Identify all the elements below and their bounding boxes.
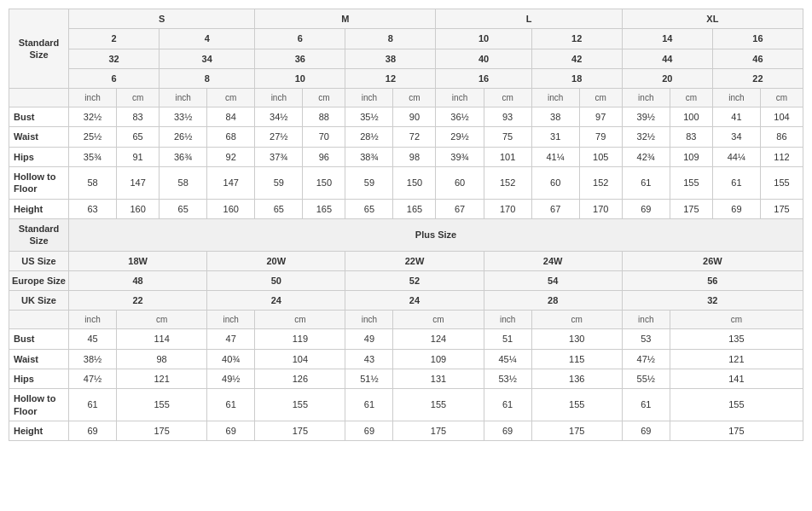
htf-xl16-inch: 61 <box>712 167 760 200</box>
plus-height-22w-cm: 175 <box>393 421 484 440</box>
waist-row-standard: Waist 25½ 65 26½ 68 27½ 70 28½ 72 29½ 75… <box>9 127 803 147</box>
htf-l12-cm: 152 <box>579 167 622 200</box>
cm-label-1: cm <box>117 89 160 107</box>
plus-hips-20w-inch: 49½ <box>207 369 255 389</box>
plus-htf-22w-cm: 155 <box>393 389 484 421</box>
height-xl14-cm: 175 <box>670 199 712 218</box>
plus-waist-label: Waist <box>9 349 69 369</box>
hips-l12-inch: 41¼ <box>531 147 579 166</box>
bust-xl16-inch: 41 <box>712 107 760 127</box>
bust-l10-inch: 36½ <box>436 107 484 127</box>
plus-waist-24w-cm: 115 <box>531 349 622 369</box>
plus-htf-22w-inch: 61 <box>345 389 393 421</box>
plus-height-18w-cm: 175 <box>117 421 207 440</box>
plus-waist-18w-cm: 98 <box>117 349 207 369</box>
inch-label-8: inch <box>712 89 760 107</box>
htf-l12-inch: 60 <box>531 167 579 200</box>
hips-m8-inch: 38¾ <box>345 147 393 166</box>
bust-s2-cm: 83 <box>117 107 160 127</box>
plus-hips-26w-cm: 141 <box>670 369 803 389</box>
height-s2-cm: 160 <box>117 199 160 218</box>
plus-us-size-row: US Size 18W 20W 22W 24W 26W <box>9 251 803 270</box>
hips-s4-cm: 92 <box>207 147 255 166</box>
height-label: Height <box>9 199 69 218</box>
waist-m8-inch: 28½ <box>345 127 393 147</box>
plus-height-label: Height <box>9 421 69 440</box>
uk-size-20: 20 <box>622 68 712 88</box>
waist-l10-cm: 75 <box>484 127 531 147</box>
hollow-floor-label: Hollow toFloor <box>9 167 69 200</box>
height-m8-cm: 165 <box>393 199 436 218</box>
hollow-floor-row-standard: Hollow toFloor 58 147 58 147 59 150 59 1… <box>9 167 803 200</box>
size-l-header: L <box>436 9 622 29</box>
height-l10-inch: 67 <box>436 199 484 218</box>
bust-l10-cm: 93 <box>484 107 531 127</box>
plus-bust-22w-inch: 49 <box>345 329 393 349</box>
cm-label-4: cm <box>393 89 436 107</box>
plus-size-label: Plus Size <box>69 218 803 251</box>
plus-htf-18w-cm: 155 <box>117 389 207 421</box>
waist-l10-inch: 29½ <box>436 127 484 147</box>
plus-hips-22w-cm: 131 <box>393 369 484 389</box>
waist-xl16-inch: 34 <box>712 127 760 147</box>
plus-hips-24w-cm: 136 <box>531 369 622 389</box>
eu-size-42: 42 <box>531 49 622 68</box>
plus-us-26w: 26W <box>622 251 803 270</box>
uk-size-12: 12 <box>345 68 436 88</box>
plus-htf-20w-cm: 155 <box>255 389 345 421</box>
height-l10-cm: 170 <box>484 199 531 218</box>
hips-m6-inch: 37¾ <box>255 147 303 166</box>
height-xl16-cm: 175 <box>760 199 803 218</box>
eu-size-44: 44 <box>622 49 712 68</box>
plus-htf-label: Hollow to Floor <box>9 389 69 421</box>
htf-s2-inch: 58 <box>69 167 117 200</box>
plus-inch-4: inch <box>484 311 531 329</box>
plus-htf-18w-inch: 61 <box>69 389 117 421</box>
height-s2-inch: 63 <box>69 199 117 218</box>
cm-label-6: cm <box>579 89 622 107</box>
plus-height-26w-cm: 175 <box>670 421 803 440</box>
plus-waist-20w-inch: 40¾ <box>207 349 255 369</box>
waist-m6-cm: 70 <box>303 127 345 147</box>
plus-section-divider: Standard Size Plus Size <box>9 218 803 251</box>
eu-size-40: 40 <box>436 49 531 68</box>
hips-xl16-inch: 44¼ <box>712 147 760 166</box>
uk-size-18: 18 <box>531 68 622 88</box>
plus-waist-22w-inch: 43 <box>345 349 393 369</box>
bust-label: Bust <box>9 107 69 127</box>
plus-height-26w-inch: 69 <box>622 421 670 440</box>
hips-m8-cm: 98 <box>393 147 436 166</box>
height-s4-inch: 65 <box>160 199 207 218</box>
htf-m8-cm: 150 <box>393 167 436 200</box>
htf-l10-cm: 152 <box>484 167 531 200</box>
plus-uk-row: UK Size 22 24 24 28 32 <box>9 291 803 311</box>
plus-htf-26w-inch: 61 <box>622 389 670 421</box>
plus-hips-20w-cm: 126 <box>255 369 345 389</box>
us-size-m8: 8 <box>345 29 436 49</box>
waist-xl14-cm: 83 <box>670 127 712 147</box>
height-l12-inch: 67 <box>531 199 579 218</box>
plus-cm-2: cm <box>255 311 345 329</box>
us-size-xl16: 16 <box>712 29 803 49</box>
plus-htf-20w-inch: 61 <box>207 389 255 421</box>
waist-s4-cm: 68 <box>207 127 255 147</box>
inch-label-5: inch <box>436 89 484 107</box>
plus-bust-20w-cm: 119 <box>255 329 345 349</box>
plus-uk-22: 22 <box>69 291 207 311</box>
plus-cm-4: cm <box>531 311 622 329</box>
plus-hips-24w-inch: 53½ <box>484 369 531 389</box>
plus-hips-18w-inch: 47½ <box>69 369 117 389</box>
hips-xl14-cm: 109 <box>670 147 712 166</box>
plus-bust-22w-cm: 124 <box>393 329 484 349</box>
plus-us-18w: 18W <box>69 251 207 270</box>
height-row-plus: Height 69 175 69 175 69 175 69 175 69 17… <box>9 421 803 440</box>
uk-size-16: 16 <box>436 68 531 88</box>
plus-bust-label: Bust <box>9 329 69 349</box>
eu-size-34: 34 <box>160 49 255 68</box>
height-m6-inch: 65 <box>255 199 303 218</box>
inch-label-6: inch <box>531 89 579 107</box>
us-size-xl14: 14 <box>622 29 712 49</box>
hips-l10-inch: 39¾ <box>436 147 484 166</box>
uk-size-6: 6 <box>69 68 160 88</box>
standard-size-label: StandardSize <box>9 9 69 89</box>
